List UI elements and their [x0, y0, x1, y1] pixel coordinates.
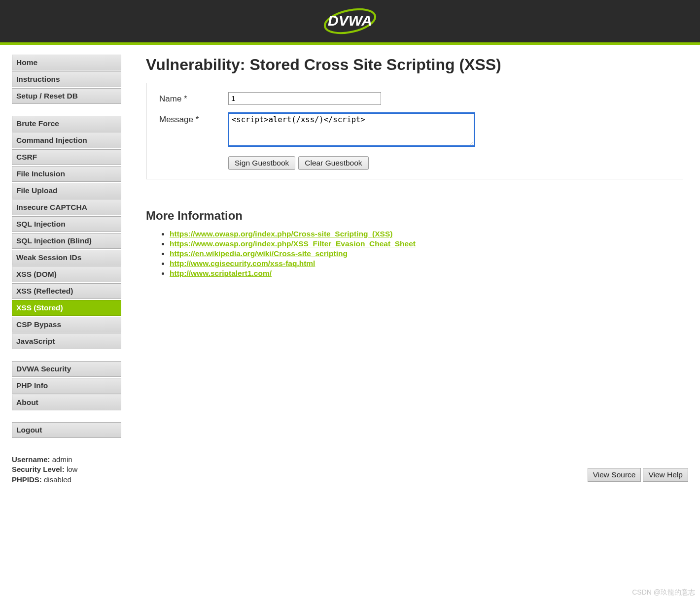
nav-xss-stored[interactable]: XSS (Stored) [12, 300, 121, 316]
svg-text:DVWA: DVWA [328, 12, 372, 29]
phpids-label: PHPIDS: [12, 475, 42, 484]
nav-insecure-captcha[interactable]: Insecure CAPTCHA [12, 200, 121, 215]
nav-file-upload[interactable]: File Upload [12, 183, 121, 199]
clear-guestbook-button[interactable]: Clear Guestbook [298, 156, 368, 170]
nav-setup[interactable]: Setup / Reset DB [12, 88, 121, 104]
name-input[interactable] [228, 92, 381, 105]
nav-javascript[interactable]: JavaScript [12, 333, 121, 349]
guestbook-form-panel: Name * Message * Sign Guestbook Clear Gu… [146, 83, 683, 179]
nav-file-inclusion[interactable]: File Inclusion [12, 166, 121, 182]
sign-guestbook-button[interactable]: Sign Guestbook [228, 156, 295, 170]
security-level-label: Security Level: [12, 465, 65, 473]
security-level-value: low [67, 465, 78, 473]
nav-about[interactable]: About [12, 395, 121, 410]
more-info-list: https://www.owasp.org/index.php/Cross-si… [146, 230, 683, 278]
info-link-item: https://en.wikipedia.org/wiki/Cross-site… [170, 249, 683, 258]
main-content: Vulnerability: Stored Cross Site Scripti… [146, 55, 688, 485]
nav-csp-bypass[interactable]: CSP Bypass [12, 317, 121, 333]
info-link-item: http://www.cgisecurity.com/xss-faq.html [170, 259, 683, 268]
nav-csrf[interactable]: CSRF [12, 149, 121, 165]
more-info-heading: More Information [146, 209, 683, 223]
status-block: Username: admin Security Level: low PHPI… [12, 455, 121, 485]
nav-xss-reflected[interactable]: XSS (Reflected) [12, 283, 121, 299]
name-label: Name * [159, 92, 228, 104]
top-header: DVWA [0, 0, 700, 42]
nav-php-info[interactable]: PHP Info [12, 378, 121, 394]
nav-home[interactable]: Home [12, 55, 121, 70]
logo: DVWA [311, 6, 389, 36]
nav-sql-injection-blind[interactable]: SQL Injection (Blind) [12, 233, 121, 249]
nav-sql-injection[interactable]: SQL Injection [12, 216, 121, 232]
message-textarea[interactable] [228, 113, 475, 146]
username-value: admin [52, 455, 72, 464]
nav-instructions[interactable]: Instructions [12, 71, 121, 87]
nav-logout[interactable]: Logout [12, 422, 121, 438]
info-link[interactable]: http://www.scriptalert1.com/ [170, 269, 272, 277]
nav-command-injection[interactable]: Command Injection [12, 133, 121, 148]
nav-xss-dom[interactable]: XSS (DOM) [12, 266, 121, 282]
dvwa-logo-icon: DVWA [311, 6, 389, 36]
nav-weak-session[interactable]: Weak Session IDs [12, 250, 121, 266]
page-title: Vulnerability: Stored Cross Site Scripti… [146, 56, 683, 74]
info-link[interactable]: https://www.owasp.org/index.php/XSS_Filt… [170, 239, 416, 248]
info-link[interactable]: https://en.wikipedia.org/wiki/Cross-site… [170, 249, 348, 258]
info-link-item: https://www.owasp.org/index.php/XSS_Filt… [170, 239, 683, 248]
view-help-button[interactable]: View Help [643, 468, 688, 482]
info-link[interactable]: https://www.owasp.org/index.php/Cross-si… [170, 230, 392, 238]
nav-dvwa-security[interactable]: DVWA Security [12, 361, 121, 377]
info-link[interactable]: http://www.cgisecurity.com/xss-faq.html [170, 259, 315, 267]
sidebar: HomeInstructionsSetup / Reset DB Brute F… [12, 55, 121, 485]
view-source-button[interactable]: View Source [588, 468, 641, 482]
username-label: Username: [12, 455, 50, 464]
info-link-item: http://www.scriptalert1.com/ [170, 269, 683, 278]
nav-brute-force[interactable]: Brute Force [12, 116, 121, 132]
info-link-item: https://www.owasp.org/index.php/Cross-si… [170, 230, 683, 238]
phpids-value: disabled [44, 475, 71, 484]
message-label: Message * [159, 113, 228, 125]
